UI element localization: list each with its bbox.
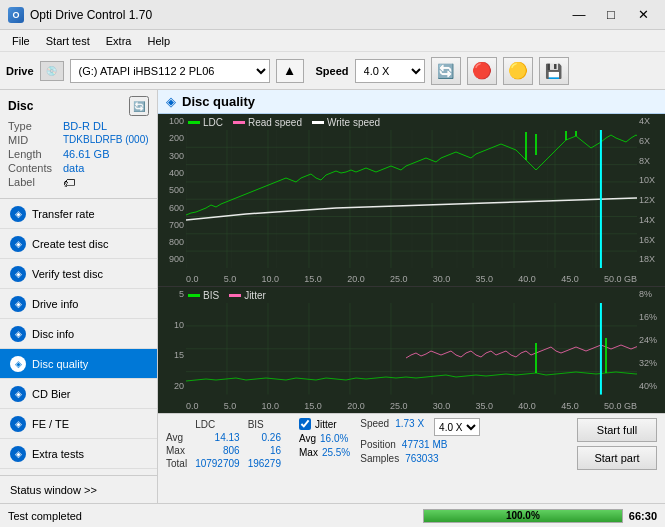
stats-header-bis: BIS — [248, 418, 289, 431]
app-icon: O — [8, 7, 24, 23]
fe-te-icon: ◈ — [10, 416, 26, 432]
y-bottom-right-40: 40% — [639, 381, 657, 391]
stats-max-ldc: 806 — [195, 444, 248, 457]
ldc-legend-color — [188, 121, 200, 124]
action-buttons: Start full Start part — [577, 418, 657, 499]
drive-label: Drive — [6, 65, 34, 77]
y-right-8x: 8X — [639, 156, 650, 166]
y-label-600: 600 — [169, 203, 184, 213]
stats-header-empty — [166, 418, 195, 431]
refresh-button[interactable]: 🔄 — [431, 57, 461, 85]
jitter-checkbox[interactable] — [299, 418, 311, 430]
bis-legend-color — [188, 294, 200, 297]
y-label-200: 200 — [169, 133, 184, 143]
y-right-10x: 10X — [639, 175, 655, 185]
chart-top-svg — [186, 130, 637, 268]
disc-label-icon: 🏷 — [63, 176, 75, 190]
menu-file[interactable]: File — [4, 33, 38, 49]
chart-top-y-axis-right: 18X 16X 14X 12X 10X 8X 6X 4X — [637, 114, 665, 266]
disc-length-value: 46.61 GB — [63, 148, 109, 160]
jitter-max-label: Max — [299, 447, 318, 458]
progress-bar: 100.0% — [423, 509, 623, 523]
status-window-label: Status window >> — [10, 484, 97, 496]
save-button[interactable]: 💾 — [539, 57, 569, 85]
progress-label: 100.0% — [424, 510, 622, 522]
jitter-avg-value: 16.0% — [320, 433, 348, 444]
stats-header-ldc: LDC — [195, 418, 248, 431]
nav-extra-tests-label: Extra tests — [32, 448, 84, 460]
nav-cd-bier[interactable]: ◈ CD Bier — [0, 379, 157, 409]
menu-bar: File Start test Extra Help — [0, 30, 665, 52]
disc-contents-value: data — [63, 162, 84, 174]
content-title: Disc quality — [182, 94, 255, 109]
speed-key: Speed — [360, 418, 389, 436]
disc-refresh-button[interactable]: 🔄 — [129, 96, 149, 116]
chart-bottom: BIS Jitter 20 15 10 5 40% 32 — [158, 287, 665, 413]
disc-quality-header-icon: ◈ — [166, 94, 176, 109]
content-header: ◈ Disc quality — [158, 90, 665, 114]
nav-fe-te[interactable]: ◈ FE / TE — [0, 409, 157, 439]
title-bar: O Opti Drive Control 1.70 — □ ✕ — [0, 0, 665, 30]
y-bottom-10: 10 — [174, 320, 184, 330]
y-label-800: 800 — [169, 237, 184, 247]
menu-start-test[interactable]: Start test — [38, 33, 98, 49]
y-bottom-right-16: 16% — [639, 312, 657, 322]
title-bar-controls: — □ ✕ — [565, 4, 657, 26]
nav-transfer-rate-label: Transfer rate — [32, 208, 95, 220]
jitter-legend-label: Jitter — [244, 290, 266, 301]
nav-create-test-disc[interactable]: ◈ Create test disc — [0, 229, 157, 259]
nav-transfer-rate[interactable]: ◈ Transfer rate — [0, 199, 157, 229]
jitter-section: Jitter Avg 16.0% Max 25.5% — [299, 418, 350, 499]
nav-disc-info-label: Disc info — [32, 328, 74, 340]
stats-avg-bis: 0.26 — [248, 431, 289, 444]
disc-info-panel: Disc 🔄 Type BD-R DL MID TDKBLDRFB (000) … — [0, 90, 157, 199]
drive-select[interactable]: (G:) ATAPI iHBS112 2 PL06 — [70, 59, 270, 83]
stats-avg-label: Avg — [166, 431, 195, 444]
nav-fe-te-label: FE / TE — [32, 418, 69, 430]
minimize-button[interactable]: — — [565, 4, 593, 26]
nav-extra-tests[interactable]: ◈ Extra tests — [0, 439, 157, 469]
chart-top-x-axis: 0.0 5.0 10.0 15.0 20.0 25.0 30.0 35.0 40… — [186, 274, 637, 284]
info-button[interactable]: 🟡 — [503, 57, 533, 85]
nav-cd-bier-label: CD Bier — [32, 388, 71, 400]
nav-drive-info-label: Drive info — [32, 298, 78, 310]
start-full-button[interactable]: Start full — [577, 418, 657, 442]
x-0: 0.0 — [186, 274, 199, 284]
nav-drive-info[interactable]: ◈ Drive info — [0, 289, 157, 319]
menu-help[interactable]: Help — [139, 33, 178, 49]
y-right-14x: 14X — [639, 215, 655, 225]
write-speed-legend-color — [312, 121, 324, 124]
drive-icon: 💿 — [40, 61, 64, 81]
nav-verify-test-disc[interactable]: ◈ Verify test disc — [0, 259, 157, 289]
y-right-18x: 18X — [639, 254, 655, 264]
speed-max-select[interactable]: 4.0 X — [434, 418, 480, 436]
start-part-button[interactable]: Start part — [577, 446, 657, 470]
position-key: Position — [360, 439, 396, 450]
y-bottom-5: 5 — [179, 289, 184, 299]
speed-select[interactable]: 4.0 X — [355, 59, 425, 83]
time-display: 66:30 — [629, 510, 657, 522]
bis-legend-label: BIS — [203, 290, 219, 301]
status-window-button[interactable]: Status window >> — [0, 475, 157, 503]
extra-tests-icon: ◈ — [10, 446, 26, 462]
menu-extra[interactable]: Extra — [98, 33, 140, 49]
transfer-rate-icon: ◈ — [10, 206, 26, 222]
content-area: ◈ Disc quality — [158, 90, 665, 503]
chart-bottom-legend: BIS Jitter — [188, 290, 266, 301]
nav-disc-quality[interactable]: ◈ Disc quality — [0, 349, 157, 379]
stats-total-bis: 196279 — [248, 457, 289, 470]
nav-disc-info[interactable]: ◈ Disc info — [0, 319, 157, 349]
disc-type-label: Type — [8, 120, 63, 132]
chart-top-legend: LDC Read speed Write speed — [188, 117, 380, 128]
x-10: 10.0 — [262, 274, 280, 284]
close-button[interactable]: ✕ — [629, 4, 657, 26]
sidebar: Disc 🔄 Type BD-R DL MID TDKBLDRFB (000) … — [0, 90, 158, 503]
y-label-300: 300 — [169, 151, 184, 161]
eject-button[interactable]: ▲ — [276, 59, 304, 83]
y-bottom-right-32: 32% — [639, 358, 657, 368]
nav-create-test-disc-label: Create test disc — [32, 238, 108, 250]
settings-button[interactable]: 🔴 — [467, 57, 497, 85]
speed-label: Speed — [316, 65, 349, 77]
maximize-button[interactable]: □ — [597, 4, 625, 26]
y-label-900: 900 — [169, 254, 184, 264]
